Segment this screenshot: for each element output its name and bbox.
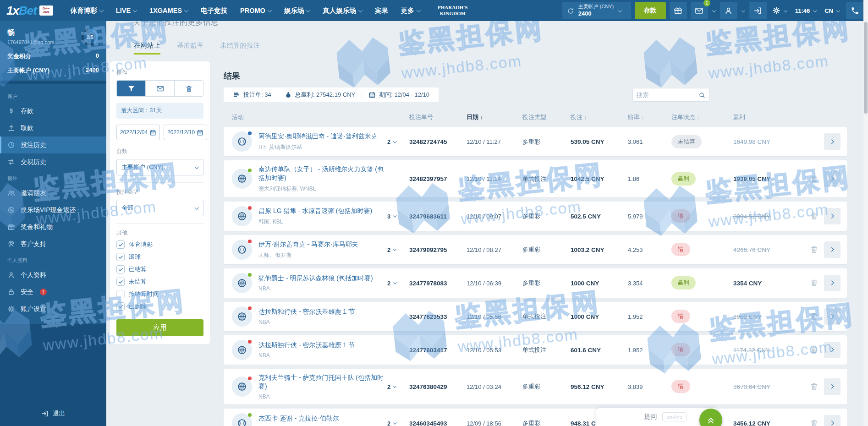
delete-bet-button[interactable]	[810, 312, 819, 321]
phone-support-button[interactable]	[846, 2, 863, 19]
bet-details-button[interactable]	[824, 170, 841, 187]
profile-button[interactable]	[720, 2, 737, 19]
bet-row[interactable]: 南边传单队（女子） - 汤斯维尔火力女篮 (包括加时赛)澳大利亚锦标赛. WNB…	[224, 160, 847, 197]
nav-item-live[interactable]: LIVE	[110, 0, 142, 21]
nav-item-sports[interactable]: 体育博彩	[65, 0, 109, 21]
filter-checkbox[interactable]: 未结算	[116, 278, 203, 286]
bet-details-button[interactable]	[824, 133, 841, 150]
column-header-win[interactable]: 赢利	[733, 113, 807, 121]
chat-ask-label[interactable]: 提问	[644, 413, 657, 421]
time-selector[interactable]: 11:46	[793, 7, 819, 14]
filter-checkbox[interactable]: 体育博彩	[116, 240, 203, 249]
sidebar-item-security[interactable]: 安全!	[0, 284, 106, 300]
messages-button[interactable]: 1	[691, 2, 708, 19]
language-selector[interactable]: CN	[823, 7, 842, 14]
delete-bet-button[interactable]	[810, 345, 819, 354]
expand-selections-button[interactable]: 2	[387, 138, 396, 145]
column-header-num[interactable]: 投注单号	[409, 113, 467, 121]
event-title[interactable]: 犹他爵士 - 明尼苏达森林狼 (包括加时赛)	[258, 274, 373, 283]
chevron-down-icon[interactable]	[741, 9, 745, 12]
sidebar-item-invite-friends[interactable]: 邀请朋友	[0, 185, 106, 202]
bet-type-select[interactable]: 全部	[116, 200, 203, 216]
sidebar-logout-button[interactable]: 退出	[41, 410, 65, 418]
sidebar-item-customer-support[interactable]: 客户支持	[0, 235, 106, 252]
date-to-input[interactable]: 2022/12/10	[164, 125, 207, 140]
bet-details-button[interactable]	[824, 308, 841, 325]
nav-item-bingo[interactable]: 宾果	[369, 0, 394, 21]
apply-button[interactable]: 应用	[116, 319, 203, 336]
bet-row[interactable]: 达拉斯独行侠 - 密尔沃基雄鹿 1 节NBA3247762353312/10 /…	[224, 302, 847, 331]
event-title[interactable]: 达拉斯独行侠 - 密尔沃基雄鹿 1 节	[258, 341, 355, 350]
checkbox-checked-icon[interactable]	[116, 278, 125, 286]
delete-bet-button[interactable]	[810, 212, 819, 220]
expand-selections-button[interactable]: 2	[387, 246, 396, 253]
tab-on-site[interactable]: 在网站上	[134, 41, 160, 55]
nav-item-casino[interactable]: 娱乐场	[279, 0, 316, 21]
filter-checkbox[interactable]: 滚球	[116, 253, 203, 261]
column-header-type[interactable]: 投注类型	[522, 113, 571, 121]
bet-row[interactable]: 克利夫兰骑士 - 萨克拉门托国王队 (包括加时赛)NBA232476380429…	[224, 369, 847, 404]
account-select[interactable]: 主要帐户 (CNY)	[116, 159, 203, 175]
expand-selections-button[interactable]: 2	[387, 420, 396, 426]
settings-button[interactable]	[770, 6, 790, 15]
checkbox-checked-icon[interactable]	[116, 302, 125, 311]
bet-row[interactable]: 杰西卡·蓬谢 - 克拉拉·伯勒尔WTA. Angers2324603454931…	[224, 409, 847, 426]
event-title[interactable]: 伊万·谢尔盖奇克 - 马赛尔·库马耶夫	[258, 240, 358, 249]
gifts-button[interactable]	[670, 2, 687, 19]
column-header-status[interactable]: 注单状态↓	[671, 113, 733, 121]
refresh-icon[interactable]	[567, 6, 574, 15]
chevron-down-icon[interactable]	[712, 9, 715, 12]
event-title[interactable]: 克利夫兰骑士 - 萨克拉门托国王队 (包括加时赛)	[258, 373, 387, 391]
sidebar-item-deposit[interactable]: $存款	[0, 103, 106, 120]
column-header-stake[interactable]: 投注↓	[571, 113, 628, 121]
bet-details-button[interactable]	[824, 241, 841, 258]
sidebar-item-account-settings[interactable]: 账户设置	[0, 300, 106, 317]
nav-item-more[interactable]: 更多	[396, 0, 426, 21]
filter-checkbox[interactable]: 按结算时间	[116, 290, 203, 298]
checkbox-checked-icon[interactable]	[116, 240, 125, 249]
expand-selections-button[interactable]: 3	[387, 213, 396, 220]
bet-details-button[interactable]	[824, 378, 841, 395]
bet-row[interactable]: 阿德里安·奥耶特滋巴奇 - 迪诺·普利兹米克ITF. 莫纳斯提尔站2324827…	[224, 127, 847, 156]
nav-item-esports[interactable]: 电子竞技	[195, 0, 233, 21]
chat-bar[interactable]: 提问 on-line	[596, 408, 716, 426]
deposit-button[interactable]: 存款	[635, 2, 666, 19]
tab-unsettled-bets[interactable]: 未结算的投注	[220, 41, 260, 55]
scrollbar-thumb[interactable]	[864, 22, 868, 114]
tab-base-odds[interactable]: 基准赔率	[177, 41, 203, 55]
delete-bet-button[interactable]	[810, 245, 819, 254]
column-header-date[interactable]: 日期↓	[467, 113, 522, 121]
event-title[interactable]: 杰西卡·蓬谢 - 克拉拉·伯勒尔	[258, 414, 339, 423]
event-title[interactable]: 阿德里安·奥耶特滋巴奇 - 迪诺·普利兹米克	[258, 132, 378, 141]
sidebar-item-bet-history[interactable]: 投注历史	[0, 137, 106, 153]
calendar-icon[interactable]	[149, 129, 156, 136]
filter-checkbox[interactable]: 已结算	[116, 265, 203, 273]
date-from-input[interactable]: 2022/12/04	[116, 125, 160, 140]
sidebar-item-bonuses-gifts[interactable]: 奖金和礼物	[0, 218, 106, 235]
brand-logo[interactable]: 1xBet Qatar2022	[6, 4, 53, 18]
filter-checkbox[interactable]: 已删除	[116, 302, 203, 311]
filter-funnel-button[interactable]	[117, 81, 145, 96]
checkbox-checked-icon[interactable]	[116, 253, 125, 261]
nav-item-promo[interactable]: PROMO	[235, 0, 277, 21]
checkbox-unchecked-icon[interactable]	[116, 290, 125, 298]
search-input[interactable]	[637, 92, 698, 98]
expand-selections-button[interactable]: 2	[387, 280, 396, 287]
nav-item-1xgames[interactable]: 1XGAMES	[144, 0, 193, 21]
bet-details-button[interactable]	[824, 208, 841, 224]
bet-details-button[interactable]	[824, 275, 841, 291]
bet-row[interactable]: 昌原 LG 猎隼 - 水原音速彈 (包括加时赛)韩国. KBL332479683…	[224, 202, 847, 231]
nav-item-live-casino[interactable]: 真人娱乐场	[317, 0, 368, 21]
bet-details-button[interactable]	[824, 342, 841, 358]
delete-bet-button[interactable]	[810, 175, 819, 183]
delete-all-button[interactable]	[174, 81, 203, 96]
sidebar-item-transaction-history[interactable]: 交易历史	[0, 153, 106, 170]
column-header-event[interactable]: 活动	[232, 113, 244, 121]
checkbox-checked-icon[interactable]	[116, 265, 125, 273]
event-title[interactable]: 南边传单队（女子） - 汤斯维尔火力女篮 (包括加时赛)	[258, 165, 387, 182]
bet-row[interactable]: 达拉斯独行侠 - 密尔沃基雄鹿 1 节NBA3247760341712/10 /…	[224, 335, 847, 365]
sidebar-item-casino-vip-cashback[interactable]: 娱乐场VIP现金返还	[0, 202, 106, 218]
delete-bet-button[interactable]	[810, 279, 819, 287]
sidebar-item-personal-profile[interactable]: 个人资料	[0, 267, 106, 284]
bet-details-button[interactable]	[824, 415, 841, 426]
